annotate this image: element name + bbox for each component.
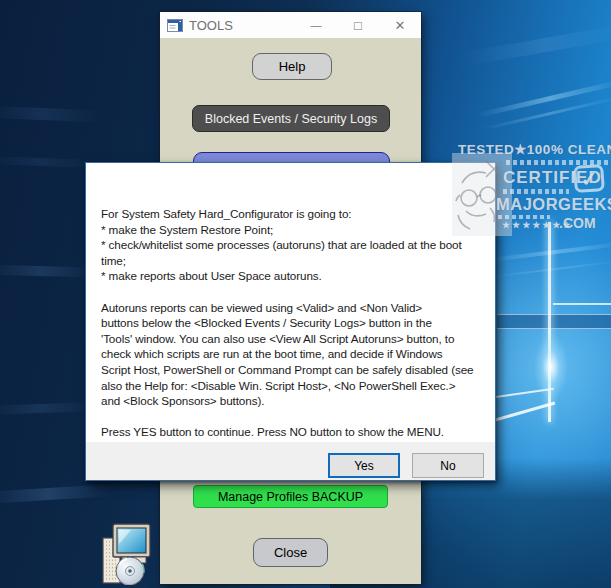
wallpaper-beam	[476, 79, 611, 118]
watermark-dashes	[503, 189, 569, 194]
windows-logo-beam-band	[497, 314, 611, 329]
dialog-footer: Yes No	[86, 442, 495, 480]
maximize-button[interactable]: □	[337, 12, 379, 38]
windows-logo-pane-line	[553, 303, 611, 305]
windows-logo-glow	[534, 334, 568, 400]
wallpaper-beam	[0, 156, 95, 168]
wallpaper-beam	[0, 484, 110, 504]
hard-configurator-message-dialog: For System Safety Hard_Configurator is g…	[85, 162, 496, 481]
tools-window-titlebar[interactable]: TOOLS — □ ✕	[160, 12, 421, 38]
watermark-majorgeeks-text: MAJORGEEKS	[496, 195, 611, 214]
wallpaper-beam	[0, 105, 100, 122]
manage-profiles-backup-button[interactable]: Manage Profiles BACKUP	[193, 485, 388, 508]
tools-app-icon	[167, 19, 183, 32]
wallpaper-beam	[460, 23, 611, 66]
tools-window-title: TOOLS	[189, 18, 295, 33]
minimize-button[interactable]: —	[295, 12, 337, 38]
windows-logo-diagonal-line	[494, 388, 554, 398]
close-window-button[interactable]: ✕	[379, 12, 421, 38]
blocked-events-security-logs-button[interactable]: Blocked Events / Security Logs	[192, 105, 390, 132]
close-button[interactable]: Close	[253, 538, 328, 567]
watermark-tested-line: TESTED★100% CLEAN	[458, 141, 611, 157]
help-button[interactable]: Help	[252, 53, 332, 80]
installer-desktop-icon[interactable]	[100, 523, 152, 585]
watermark-certified-text: CERTIFIED	[503, 168, 602, 188]
yes-button[interactable]: Yes	[328, 453, 400, 478]
wallpaper-beam	[0, 402, 95, 415]
wallpaper-beam	[488, 242, 611, 262]
wallpaper-beam	[488, 260, 611, 278]
watermark-check-icon: ✓	[573, 164, 605, 193]
wallpaper-beam	[481, 96, 611, 130]
wallpaper-beam	[0, 265, 95, 278]
watermark-stars: ★★★★★★★	[502, 220, 572, 230]
windows-logo-vertical-line	[548, 222, 551, 422]
watermark-dashes	[506, 160, 608, 165]
windows-logo-diagonal-line	[495, 402, 555, 421]
watermark-com-text: .COM	[559, 215, 596, 231]
dialog-message-text: For System Safety Hard_Configurator is g…	[101, 206, 496, 440]
watermark-dashes	[498, 215, 550, 219]
no-button[interactable]: No	[412, 453, 484, 478]
desktop: TOOLS — □ ✕ Help Blocked Events / Securi…	[0, 0, 611, 588]
